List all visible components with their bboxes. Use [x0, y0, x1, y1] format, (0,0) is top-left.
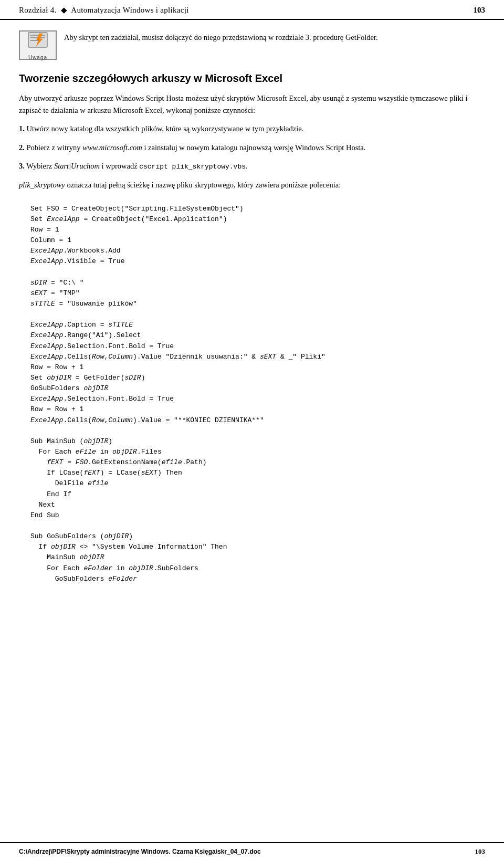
warning-box: Uwaga Aby skrypt ten zadziałał, musisz d… [19, 29, 485, 60]
code-line-31: For Each eFolder in objDIR.SubFolders [30, 564, 198, 572]
page-footer: C:\Andrzej\PDF\Skrypty administracyjne W… [0, 842, 504, 860]
step-2-text-after: i zainstaluj w nowym katalogu najnowszą … [142, 143, 366, 152]
code-line-3: Row = 1 [30, 226, 59, 234]
code-block: Set FSO = CreateObject("Scripting.FileSy… [19, 196, 485, 592]
code-line-23: If LCase(fEXT) = LCase(sEXT) Then [30, 469, 182, 477]
code-line-6: ExcelApp.Visible = True [30, 257, 124, 265]
step-3: 3. Wybierz Start|Uruchom i wprowadź cscr… [19, 160, 485, 173]
code-line-10: ExcelApp.Caption = sTITLE [30, 321, 133, 329]
step-2: 2. Pobierz z witryny www.microsoft.com i… [19, 142, 485, 154]
footer-path: C:\Andrzej\PDF\Skrypty administracyjne W… [19, 848, 261, 855]
page: Rozdział 4. ◆ Automatyzacja Windows i ap… [0, 0, 504, 860]
code-line-25: End If [30, 490, 71, 498]
step-1-number: 1. [19, 124, 25, 133]
code-line-8: sEXT = "TMP" [30, 289, 80, 297]
step-3-number: 3. [19, 162, 25, 170]
step-3-text-middle: i wprowadź [100, 162, 139, 170]
step-2-text-before: Pobierz z witryny [27, 143, 83, 152]
code-line-16: GoSubFolders objDIR [30, 384, 108, 392]
code-line-20: Sub MainSub (objDIR) [30, 437, 112, 445]
code-line-28: Sub GoSubFolders (objDIR) [30, 532, 133, 540]
code-line-19: ExcelApp.Cells(Row,Column).Value = "**KO… [30, 416, 264, 424]
code-line-15: Set objDIR = GetFolder(sDIR) [30, 374, 145, 382]
warning-book-icon [25, 30, 50, 50]
header-title: Rozdział 4. ◆ Automatyzacja Windows i ap… [19, 5, 189, 15]
code-line-14: Row = Row + 1 [30, 363, 83, 371]
code-line-1: Set FSO = CreateObject("Scripting.FileSy… [30, 205, 244, 213]
warning-label: Uwaga [28, 55, 47, 60]
code-line-17: ExcelApp.Selection.Font.Bold = True [30, 395, 174, 403]
code-line-13: ExcelApp.Cells(Row,Column).Value "Dzienn… [30, 353, 326, 361]
step-1: 1. Utwórz nowy katalog dla wszystkich pl… [19, 123, 485, 135]
step-3-code: cscript plik_skryptowy.vbs [139, 163, 246, 171]
page-header: Rozdział 4. ◆ Automatyzacja Windows i ap… [0, 0, 504, 20]
section-heading: Tworzenie szczegółowych arkuszy w Micros… [19, 71, 485, 85]
step-2-number: 2. [19, 143, 25, 152]
footer-page-number: 103 [475, 847, 486, 856]
step-1-text: Utwórz nowy katalog dla wszystkich plikó… [27, 124, 304, 133]
main-content: Uwaga Aby skrypt ten zadziałał, musisz d… [0, 29, 504, 592]
chapter-name: Automatyzacja Windows i aplikacji [71, 6, 188, 14]
code-line-7: sDIR = "C:\ " [30, 279, 83, 287]
code-line-26: Next [30, 501, 55, 509]
step-3-italic: Start|Uruchom [54, 162, 100, 170]
step-3-text-after: . [246, 162, 248, 170]
plik-rest: oznacza tutaj pełną ścieżkę i nazwę plik… [65, 181, 341, 189]
code-line-12: ExcelApp.Selection.Font.Bold = True [30, 342, 174, 350]
code-line-22: fEXT = FSO.GetExtensionName(efile.Path) [30, 458, 207, 466]
code-line-29: If objDIR <> "\System Volume Information… [30, 543, 227, 551]
code-line-24: DelFile efile [30, 479, 108, 487]
warning-symbol [25, 30, 50, 54]
intro-paragraph: Aby utworzyć arkusze poprzez Windows Scr… [19, 92, 485, 117]
plik-italic: plik_skryptowy [19, 181, 65, 189]
code-line-30: MainSub objDIR [30, 553, 104, 561]
svg-rect-1 [30, 35, 45, 36]
code-line-2: Set ExcelApp = CreateObject("Excel.Appli… [30, 215, 227, 223]
warning-text: Aby skrypt ten zadziałał, musisz dołączy… [64, 29, 378, 43]
code-line-27: End Sub [30, 511, 59, 519]
code-line-32: GoSubFolders eFolder [30, 575, 137, 583]
code-line-21: For Each eFile in objDIR.Files [30, 448, 162, 456]
plik-paragraph: plik_skryptowy oznacza tutaj pełną ścież… [19, 179, 485, 191]
warning-icon: Uwaga [19, 30, 57, 60]
diamond-icon: ◆ [61, 6, 67, 14]
code-line-18: Row = Row + 1 [30, 405, 83, 413]
chapter-label: Rozdział 4. [19, 6, 57, 14]
header-page-number: 103 [474, 6, 486, 15]
code-line-5: ExcelApp.Workbooks.Add [30, 247, 121, 255]
code-line-11: ExcelApp.Range("A1").Select [30, 331, 141, 339]
code-line-4: Column = 1 [30, 236, 71, 244]
step-3-text-before: Wybierz [26, 162, 54, 170]
code-line-9: sTITLE = "Usuwanie plików" [30, 300, 137, 308]
step-2-url: www.microsoft.com [82, 143, 142, 152]
